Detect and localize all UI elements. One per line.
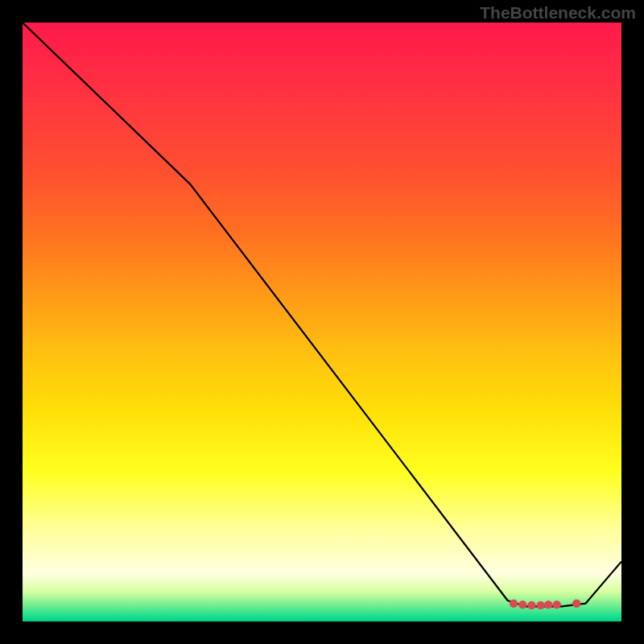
marker-point <box>510 599 518 607</box>
marker-point <box>572 599 580 607</box>
watermark-text: TheBottleneck.com <box>480 3 636 23</box>
chart-svg <box>23 23 621 621</box>
marker-point <box>544 601 552 609</box>
chart-area <box>23 23 621 621</box>
marker-point <box>552 601 560 609</box>
marker-point <box>536 601 544 609</box>
data-markers <box>510 599 581 609</box>
marker-point <box>527 601 535 609</box>
marker-point <box>518 601 526 609</box>
data-curve <box>23 23 621 606</box>
